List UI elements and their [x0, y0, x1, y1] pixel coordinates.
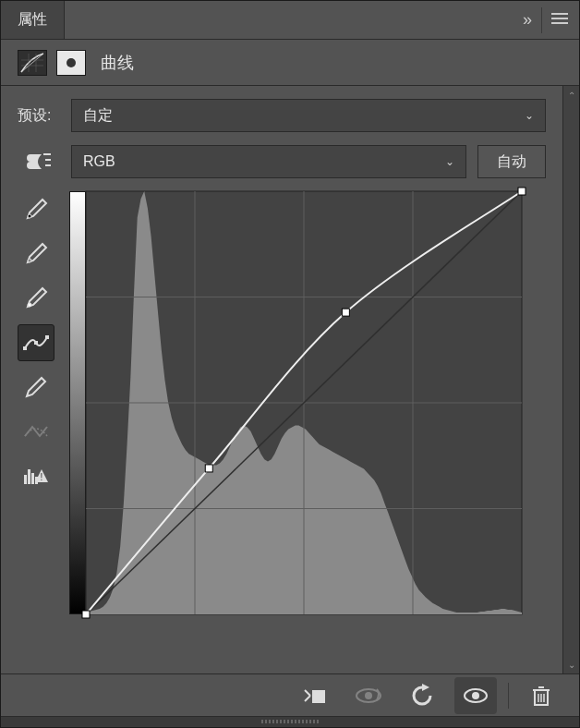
scroll-down-icon[interactable]: ⌄	[563, 657, 579, 672]
panel-menu-icon[interactable]	[551, 10, 568, 30]
curves-icon[interactable]	[18, 50, 47, 76]
preset-label: 预设:	[18, 106, 60, 126]
output-ramp	[69, 191, 86, 614]
svg-point-40	[472, 692, 479, 699]
auto-button[interactable]: 自动	[477, 145, 546, 178]
svg-point-9	[66, 58, 76, 67]
panel-footer	[1, 673, 579, 716]
svg-line-4	[21, 54, 43, 72]
reset-icon[interactable]	[401, 677, 443, 714]
panel-body: 预设: 自定 ⌄ RGB ⌄ 自动	[1, 86, 579, 673]
svg-rect-35	[518, 188, 526, 195]
content: 预设: 自定 ⌄ RGB ⌄ 自动	[1, 86, 562, 673]
titlebar-controls: »	[523, 1, 579, 39]
auto-label: 自动	[497, 152, 526, 172]
delete-icon[interactable]	[520, 677, 562, 714]
view-previous-icon[interactable]	[347, 677, 390, 714]
svg-point-15	[28, 303, 31, 307]
chevron-down-icon: ⌄	[445, 155, 454, 168]
clip-to-layer-icon[interactable]	[294, 677, 336, 714]
svg-rect-18	[45, 335, 49, 339]
eyedropper-white-icon[interactable]	[18, 280, 54, 317]
resize-grip[interactable]	[1, 716, 579, 727]
histogram-clip-warning-icon[interactable]: !	[18, 457, 54, 494]
preset-select[interactable]: 自定 ⌄	[71, 99, 546, 132]
svg-text:!: !	[41, 472, 43, 482]
targeted-adjust-icon[interactable]	[18, 151, 60, 173]
divider	[508, 683, 509, 709]
visibility-icon[interactable]	[454, 677, 497, 714]
svg-point-14	[28, 259, 31, 262]
tools-column: !	[18, 191, 58, 673]
preset-value: 自定	[83, 106, 113, 126]
divider	[541, 7, 542, 33]
curves-graph-wrap	[69, 191, 546, 673]
svg-point-38	[365, 692, 372, 699]
svg-rect-17	[34, 341, 38, 345]
adjustment-header: 曲线	[1, 40, 579, 86]
layer-mask-icon[interactable]	[56, 50, 86, 76]
panel-tab-properties[interactable]: 属性	[1, 1, 65, 39]
svg-rect-32	[82, 611, 90, 618]
svg-rect-19	[24, 475, 27, 484]
channel-select[interactable]: RGB ⌄	[71, 145, 466, 178]
svg-rect-21	[31, 473, 34, 484]
svg-point-13	[28, 214, 31, 218]
panel-titlebar: 属性 »	[1, 1, 579, 40]
svg-rect-33	[205, 465, 212, 472]
channel-value: RGB	[83, 153, 115, 170]
pencil-tool-icon[interactable]	[18, 369, 54, 406]
panel-title: 属性	[18, 10, 47, 30]
chevron-down-icon: ⌄	[525, 109, 534, 122]
adjustment-name: 曲线	[101, 52, 134, 74]
svg-rect-20	[28, 469, 30, 484]
vertical-scrollbar[interactable]: ⌃ ⌄	[562, 86, 579, 673]
smooth-curve-icon[interactable]	[18, 413, 54, 450]
eyedropper-gray-icon[interactable]	[18, 236, 54, 273]
curves-editor: !	[18, 191, 546, 673]
channel-row: RGB ⌄ 自动	[18, 145, 546, 178]
svg-rect-34	[342, 309, 349, 316]
curve-point-tool-icon[interactable]	[18, 324, 54, 361]
properties-panel: 属性 » 曲线 预设: 自定 ⌄	[0, 0, 580, 728]
collapse-icon[interactable]: »	[523, 10, 532, 30]
curves-graph[interactable]	[86, 191, 546, 673]
eyedropper-black-icon[interactable]	[18, 191, 54, 228]
scroll-up-icon[interactable]: ⌃	[563, 88, 579, 103]
preset-row: 预设: 自定 ⌄	[18, 99, 546, 132]
svg-rect-16	[23, 346, 27, 350]
svg-rect-36	[312, 690, 325, 703]
